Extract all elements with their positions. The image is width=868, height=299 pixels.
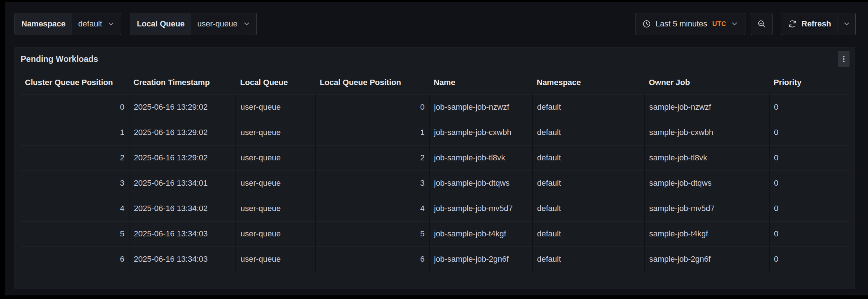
refresh-interval-dropdown[interactable] — [838, 13, 856, 35]
clock-icon — [642, 19, 651, 29]
table-cell-priority: 0 — [769, 94, 850, 120]
table-cell-cluster-queue-position: 3 — [21, 170, 129, 196]
variable-selected-namespace: default — [78, 19, 102, 29]
column-header-local-queue-position[interactable]: Local Queue Position — [315, 71, 429, 94]
table-cell-name: job-sample-job-mv5d7 — [429, 196, 532, 221]
column-header-cluster-queue-position[interactable]: Cluster Queue Position — [21, 71, 129, 94]
table-cell-creation-timestamp: 2025-06-16 13:29:02 — [129, 120, 236, 145]
table-cell-name: job-sample-job-2gn6f — [429, 247, 532, 272]
refresh-picker: Refresh — [781, 13, 856, 35]
variable-selected-local-queue: user-queue — [197, 19, 237, 29]
table-cell-priority: 0 — [769, 120, 850, 145]
table-body: 02025-06-16 13:29:02user-queue0job-sampl… — [21, 94, 850, 272]
table-cell-local-queue: user-queue — [236, 120, 315, 145]
time-range-picker-button[interactable]: Last 5 minutes UTC — [635, 13, 746, 35]
table-cell-namespace: default — [532, 170, 644, 196]
variable-label-local-queue: Local Queue — [130, 13, 191, 35]
table-header-row: Cluster Queue Position Creation Timestam… — [21, 71, 850, 94]
panel-title: Pending Workloads — [21, 54, 98, 64]
table-cell-creation-timestamp: 2025-06-16 13:29:02 — [129, 145, 236, 170]
column-header-name[interactable]: Name — [429, 71, 532, 94]
table-cell-priority: 0 — [769, 221, 850, 247]
table-cell-owner-job: sample-job-2gn6f — [644, 247, 769, 272]
toolbar-right-controls: Last 5 minutes UTC Refresh — [635, 13, 856, 35]
table-row: 12025-06-16 13:29:02user-queue1job-sampl… — [21, 120, 850, 145]
chevron-down-icon — [843, 20, 851, 28]
table-cell-priority: 0 — [769, 170, 850, 196]
table-cell-creation-timestamp: 2025-06-16 13:34:03 — [129, 247, 236, 272]
kebab-menu-icon — [839, 55, 848, 63]
table-cell-local-queue-position: 5 — [315, 221, 429, 247]
variable-value-local-queue[interactable]: user-queue — [191, 13, 256, 35]
table-row: 52025-06-16 13:34:03user-queue5job-sampl… — [21, 221, 850, 247]
variable-picker-namespace: Namespace default — [14, 13, 121, 35]
variable-value-namespace[interactable]: default — [72, 13, 121, 35]
chevron-down-icon — [107, 20, 115, 28]
table-cell-owner-job: sample-job-nzwzf — [644, 94, 769, 120]
table-cell-local-queue: user-queue — [236, 221, 315, 247]
table-row: 22025-06-16 13:29:02user-queue2job-sampl… — [21, 145, 850, 170]
refresh-label: Refresh — [801, 19, 831, 29]
time-range-label: Last 5 minutes — [656, 19, 707, 29]
table-cell-cluster-queue-position: 5 — [21, 221, 129, 247]
refresh-button[interactable]: Refresh — [781, 13, 838, 35]
zoom-out-time-button[interactable] — [751, 13, 773, 35]
variable-picker-local-queue: Local Queue user-queue — [130, 13, 256, 35]
table-cell-local-queue-position: 4 — [315, 196, 429, 221]
table-cell-cluster-queue-position: 1 — [21, 120, 129, 145]
table-cell-cluster-queue-position: 6 — [21, 247, 129, 272]
zoom-out-icon — [757, 19, 766, 29]
column-header-namespace[interactable]: Namespace — [532, 71, 644, 94]
table-cell-local-queue: user-queue — [236, 247, 315, 272]
table-cell-owner-job: sample-job-t4kgf — [644, 221, 769, 247]
table-cell-namespace: default — [532, 145, 644, 170]
table-cell-priority: 0 — [769, 145, 850, 170]
table-cell-namespace: default — [532, 196, 644, 221]
timezone-label: UTC — [712, 20, 727, 28]
table-cell-local-queue-position: 2 — [315, 145, 429, 170]
table-cell-creation-timestamp: 2025-06-16 13:34:03 — [129, 221, 236, 247]
table-cell-local-queue-position: 3 — [315, 170, 429, 196]
column-header-local-queue[interactable]: Local Queue — [236, 71, 315, 94]
workloads-table-container: Cluster Queue Position Creation Timestam… — [15, 71, 855, 272]
table-cell-cluster-queue-position: 4 — [21, 196, 129, 221]
panel-menu-button[interactable] — [838, 51, 850, 67]
table-cell-cluster-queue-position: 2 — [21, 145, 129, 170]
table-cell-owner-job: sample-job-cxwbh — [644, 120, 769, 145]
table-cell-namespace: default — [532, 94, 644, 120]
table-cell-namespace: default — [532, 221, 644, 247]
table-cell-local-queue: user-queue — [236, 145, 315, 170]
table-cell-name: job-sample-job-t4kgf — [429, 221, 532, 247]
table-cell-local-queue-position: 6 — [315, 247, 429, 272]
table-row: 02025-06-16 13:29:02user-queue0job-sampl… — [21, 94, 850, 120]
table-cell-owner-job: sample-job-tl8vk — [644, 145, 769, 170]
table-cell-name: job-sample-job-dtqws — [429, 170, 532, 196]
table-cell-priority: 0 — [769, 196, 850, 221]
column-header-priority[interactable]: Priority — [769, 71, 850, 94]
column-header-creation-timestamp[interactable]: Creation Timestamp — [129, 71, 236, 94]
workloads-table: Cluster Queue Position Creation Timestam… — [21, 71, 850, 272]
refresh-icon — [788, 19, 797, 29]
table-cell-cluster-queue-position: 0 — [21, 94, 129, 120]
table-cell-owner-job: sample-job-dtqws — [644, 170, 769, 196]
table-cell-name: job-sample-job-cxwbh — [429, 120, 532, 145]
table-cell-name: job-sample-job-tl8vk — [429, 145, 532, 170]
table-row: 62025-06-16 13:34:03user-queue6job-sampl… — [21, 247, 850, 272]
chevron-down-icon — [731, 20, 739, 28]
table-cell-namespace: default — [532, 120, 644, 145]
table-cell-creation-timestamp: 2025-06-16 13:34:02 — [129, 196, 236, 221]
table-cell-local-queue-position: 1 — [315, 120, 429, 145]
column-header-owner-job[interactable]: Owner Job — [644, 71, 769, 94]
pending-workloads-panel: Pending Workloads Cluster Queue Position… — [14, 47, 855, 289]
table-cell-name: job-sample-job-nzwzf — [429, 94, 532, 120]
variable-label-namespace: Namespace — [15, 13, 72, 35]
chevron-down-icon — [243, 20, 251, 28]
table-cell-local-queue: user-queue — [236, 170, 315, 196]
table-row: 42025-06-16 13:34:02user-queue4job-sampl… — [21, 196, 850, 221]
table-cell-local-queue-position: 0 — [315, 94, 429, 120]
table-cell-namespace: default — [532, 247, 644, 272]
dashboard-toolbar: Namespace default Local Queue user-queue… — [14, 13, 856, 35]
table-cell-owner-job: sample-job-mv5d7 — [644, 196, 769, 221]
dashboard-canvas: Namespace default Local Queue user-queue… — [5, 2, 868, 295]
table-cell-local-queue: user-queue — [236, 94, 315, 120]
